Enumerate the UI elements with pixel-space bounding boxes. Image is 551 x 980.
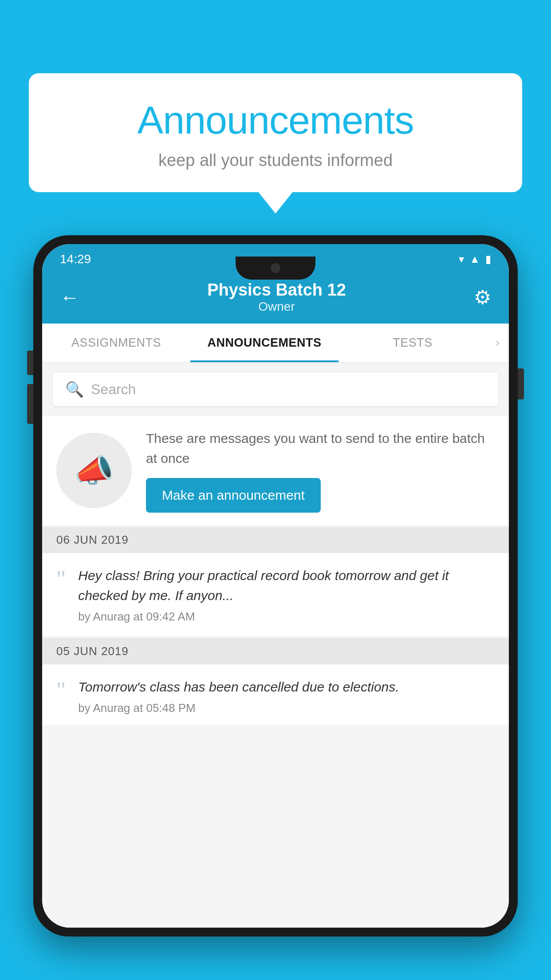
volume-down-button — [27, 384, 33, 424]
tabs-bar: ASSIGNMENTS ANNOUNCEMENTS TESTS › — [42, 324, 509, 363]
status-time: 14:29 — [60, 252, 91, 266]
phone-outer: 14:29 ▾ ▲ ▮ ← Physics Batch 12 Owner ⚙ — [33, 235, 518, 937]
app-bar-title: Physics Batch 12 — [79, 281, 474, 300]
app-bar-subtitle: Owner — [79, 300, 474, 314]
speech-bubble-container: Announcements keep all your students inf… — [29, 73, 522, 192]
wifi-icon: ▾ — [459, 253, 464, 265]
screen: 14:29 ▾ ▲ ▮ ← Physics Batch 12 Owner ⚙ — [42, 244, 509, 928]
quote-icon-1: " — [56, 568, 66, 591]
app-bar-title-group: Physics Batch 12 Owner — [79, 281, 474, 314]
search-bar[interactable]: 🔍 Search — [53, 372, 498, 406]
phone-left-buttons — [27, 351, 33, 424]
signal-icon: ▲ — [469, 253, 480, 265]
announcement-text-1: Hey class! Bring your practical record b… — [78, 565, 495, 605]
tab-announcements[interactable]: ANNOUNCEMENTS — [190, 324, 338, 362]
megaphone-icon: 📣 — [74, 452, 114, 490]
bubble-title: Announcements — [55, 98, 496, 143]
content-area: 🔍 Search 📣 These are messages you want t… — [42, 363, 509, 928]
tab-assignments[interactable]: ASSIGNMENTS — [42, 324, 190, 362]
announcement-item-1[interactable]: " Hey class! Bring your practical record… — [42, 553, 509, 636]
date-header-1: 06 JUN 2019 — [42, 527, 509, 553]
speech-bubble: Announcements keep all your students inf… — [29, 73, 522, 192]
notch — [236, 257, 315, 280]
announcement-by-2: by Anurag at 05:48 PM — [78, 701, 495, 715]
power-button — [518, 368, 524, 399]
tab-tests[interactable]: TESTS — [338, 324, 487, 362]
make-announcement-button[interactable]: Make an announcement — [146, 478, 321, 513]
promo-icon-circle: 📣 — [56, 433, 132, 508]
announcement-by-1: by Anurag at 09:42 AM — [78, 610, 495, 624]
settings-icon[interactable]: ⚙ — [474, 286, 491, 308]
date-header-2: 05 JUN 2019 — [42, 638, 509, 664]
volume-up-button — [27, 351, 33, 375]
phone-container: 14:29 ▾ ▲ ▮ ← Physics Batch 12 Owner ⚙ — [33, 235, 518, 980]
quote-icon-2: " — [56, 679, 66, 702]
back-button[interactable]: ← — [60, 286, 79, 308]
promo-description: These are messages you want to send to t… — [146, 428, 495, 468]
announcement-text-2: Tomorrow's class has been cancelled due … — [78, 677, 495, 697]
promo-content: These are messages you want to send to t… — [146, 428, 495, 513]
bubble-subtitle: keep all your students informed — [55, 151, 496, 170]
announcement-content-1: Hey class! Bring your practical record b… — [78, 565, 495, 624]
announcement-item-2[interactable]: " Tomorrow's class has been cancelled du… — [42, 664, 509, 725]
search-icon: 🔍 — [65, 380, 84, 398]
announcement-promo: 📣 These are messages you want to send to… — [42, 416, 509, 525]
announcement-content-2: Tomorrow's class has been cancelled due … — [78, 677, 495, 715]
tab-more[interactable]: › — [487, 324, 509, 362]
phone-side-buttons — [518, 368, 524, 399]
camera — [271, 263, 280, 273]
app-bar: ← Physics Batch 12 Owner ⚙ — [42, 273, 509, 324]
search-placeholder: Search — [91, 381, 136, 398]
status-icons: ▾ ▲ ▮ — [459, 253, 491, 265]
battery-icon: ▮ — [485, 253, 491, 265]
